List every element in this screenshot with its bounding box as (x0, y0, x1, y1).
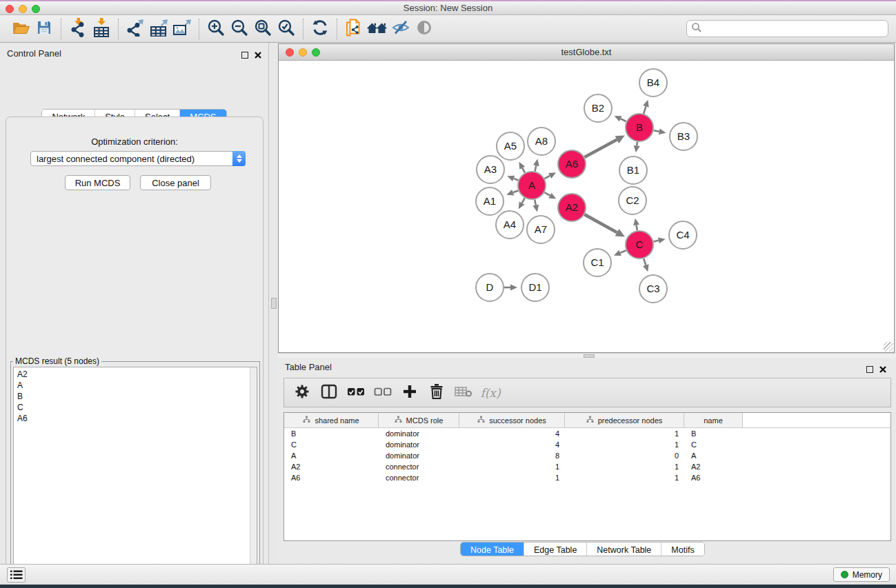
graph-edge-A6-B[interactable] (584, 140, 617, 157)
export-table-button[interactable] (147, 18, 170, 40)
hide-graphics-details-button[interactable] (389, 18, 412, 40)
table-cell[interactable]: C (684, 440, 743, 449)
graph-edge-A-A5[interactable] (522, 168, 525, 173)
graph-node-C3[interactable]: C3 (639, 275, 667, 303)
graph-node-C1[interactable]: C1 (584, 249, 611, 276)
result-list-scrollbar[interactable] (250, 367, 257, 588)
column-header-MCDS-role[interactable]: MCDS role (379, 413, 459, 427)
graph-edge-C-C1[interactable] (620, 250, 626, 253)
window-resize-grip[interactable] (884, 342, 893, 352)
zoom-in-button[interactable] (204, 18, 228, 40)
zoom-selected-button[interactable] (275, 18, 298, 40)
graph-node-C4[interactable]: C4 (669, 221, 697, 249)
zoom-fit-button[interactable] (251, 18, 275, 40)
table-cell[interactable]: 1 (565, 474, 684, 482)
graph-edge-C-C4[interactable] (653, 241, 658, 242)
select-all-checkboxes-button[interactable] (346, 383, 366, 403)
graph-node-D[interactable]: D (476, 274, 504, 301)
function-builder-button[interactable]: f(x) (481, 383, 500, 403)
vertical-splitter-handle[interactable] (271, 298, 277, 309)
close-panel-icon[interactable] (255, 49, 261, 61)
table-cell[interactable]: A (684, 452, 743, 460)
zoom-out-button[interactable] (228, 18, 251, 40)
contrast-eye-button[interactable] (412, 18, 436, 40)
graph-edge-B-B2[interactable] (621, 119, 626, 121)
table-cell[interactable]: A2 (684, 463, 743, 471)
table-cell[interactable]: 4 (459, 429, 565, 438)
graph-node-A8[interactable]: A8 (528, 128, 555, 155)
memory-button[interactable]: Memory (833, 567, 890, 582)
graph-edge-A-A6[interactable] (545, 176, 550, 179)
table-cell[interactable]: 1 (565, 463, 684, 471)
table-cell[interactable]: 1 (565, 429, 684, 438)
mcds-result-item[interactable]: C (14, 402, 257, 413)
network-canvas[interactable]: B4B2BB3A8A5A6A3B1AA1C2A2A4A7C4CC1C3DD1 (279, 61, 894, 352)
table-cell[interactable]: B (684, 429, 743, 438)
delete-table-button[interactable] (454, 383, 473, 403)
table-cell[interactable]: C (284, 440, 379, 449)
maximize-window-icon[interactable] (32, 5, 40, 13)
optimization-criterion-dropdown[interactable]: largest connected component (directed) (30, 151, 246, 166)
columns-button[interactable] (319, 383, 339, 403)
graph-edge-A-A4[interactable] (522, 198, 525, 203)
network-close-icon[interactable] (286, 48, 294, 57)
graph-node-C[interactable]: C (626, 231, 653, 258)
table-row[interactable]: A2connector11A2 (284, 461, 890, 472)
graph-node-B3[interactable]: B3 (670, 123, 697, 150)
graph-edge-C-C2[interactable] (637, 225, 637, 231)
clone-network-button[interactable] (342, 18, 366, 40)
graph-edge-C-C3[interactable] (644, 258, 646, 265)
column-header-successor-nodes[interactable]: successor nodes (459, 413, 565, 427)
graph-edge-A2-C[interactable] (584, 214, 617, 232)
graph-node-A3[interactable]: A3 (477, 156, 504, 183)
table-cell[interactable]: A (284, 452, 379, 460)
graph-edge-A-A3[interactable] (514, 179, 519, 181)
mcds-result-item[interactable]: A2 (14, 369, 257, 380)
table-cell[interactable]: 0 (565, 452, 684, 460)
search-box[interactable] (686, 20, 888, 37)
network-maximize-icon[interactable] (312, 48, 320, 57)
graph-edge-A-A8[interactable] (535, 165, 536, 171)
graph-edge-B-B3[interactable] (654, 130, 659, 132)
column-header-shared-name[interactable]: shared name (284, 413, 379, 427)
column-header-predecessor-nodes[interactable]: predecessor nodes (565, 413, 684, 427)
graph-edge-A-A2[interactable] (544, 192, 550, 195)
close-table-panel-icon[interactable] (879, 363, 886, 376)
graph-edge-B-B4[interactable] (644, 106, 646, 114)
home-button[interactable] (366, 18, 389, 40)
add-column-button[interactable] (400, 383, 419, 403)
table-cell[interactable]: 1 (459, 474, 565, 482)
table-cell[interactable]: A6 (284, 474, 379, 482)
graph-node-B2[interactable]: B2 (584, 94, 612, 122)
import-table-button[interactable] (90, 18, 113, 40)
graph-node-B1[interactable]: B1 (619, 156, 647, 184)
graph-node-C2[interactable]: C2 (619, 187, 646, 214)
table-cell[interactable]: dominator (379, 452, 459, 460)
export-network-button[interactable] (123, 18, 147, 40)
horizontal-splitter[interactable] (278, 353, 896, 358)
graph-edge-B-B1[interactable] (637, 142, 637, 146)
mcds-result-item[interactable]: A6 (14, 413, 257, 424)
graph-node-A2[interactable]: A2 (558, 194, 586, 221)
network-minimize-icon[interactable] (299, 48, 307, 57)
graph-node-B[interactable]: B (626, 114, 653, 141)
save-session-button[interactable] (32, 18, 56, 40)
table-cell[interactable]: 1 (459, 463, 565, 471)
tab-motifs[interactable]: Motifs (661, 543, 704, 556)
network-window-titlebar[interactable]: testGlobe.txt (279, 44, 894, 61)
gear-button[interactable] (292, 383, 312, 403)
vertical-splitter[interactable] (270, 43, 278, 564)
task-history-button[interactable] (7, 567, 26, 582)
table-cell[interactable]: 4 (459, 440, 565, 449)
refresh-view-button[interactable] (308, 18, 332, 40)
table-cell[interactable]: A6 (684, 474, 743, 482)
graph-node-A5[interactable]: A5 (497, 132, 524, 160)
graph-node-A1[interactable]: A1 (476, 187, 504, 215)
tab-network-table[interactable]: Network Table (586, 543, 661, 556)
table-cell[interactable]: B (284, 429, 379, 438)
graph-node-A4[interactable]: A4 (496, 211, 524, 239)
table-cell[interactable]: 1 (565, 440, 684, 449)
graph-node-A6[interactable]: A6 (558, 150, 586, 178)
table-cell[interactable]: connector (379, 474, 459, 482)
table-cell[interactable]: 8 (459, 452, 565, 460)
